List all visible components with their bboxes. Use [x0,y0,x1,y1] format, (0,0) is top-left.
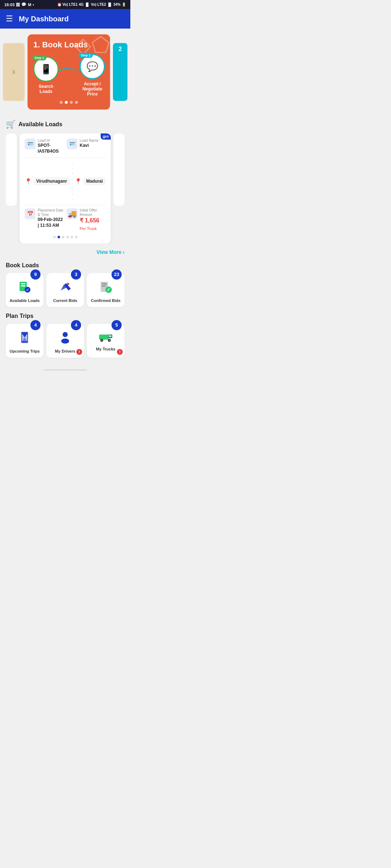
card-dot-2[interactable] [58,236,60,238]
svg-text:✓: ✓ [107,287,110,292]
my-drivers-label: My Drivers [55,349,75,353]
carousel-main-slide[interactable]: ◇⬠ 1. Book Loads Step 1 📱 Search Loads [28,34,110,110]
load-id-content: Load Id SPOT-IA57B4OS [38,139,64,154]
page-title: My Dashboard [19,15,69,23]
svg-rect-1 [21,283,25,284]
load-id-value: SPOT-IA57B4OS [38,143,64,154]
scroll-indicator [43,369,87,371]
current-bids-count: 3 [71,269,81,280]
my-drivers-card[interactable]: 4 My Drivers ! [46,324,84,358]
current-bids-icon [59,280,72,296]
available-loads-card[interactable]: 9 ✓ Available Loads [6,273,43,307]
placement-content: Placement Date & Time 09-Feb-2022 | 11:5… [38,208,64,228]
offer-value: ₹ 1,656 [80,217,99,224]
card-dot-6[interactable] [75,236,77,238]
load-name-icon: 🪪 [67,139,77,149]
divider2 [25,205,106,205]
divider [25,158,106,158]
gro-badge: gro [101,133,111,140]
section-header: 🛒 Available Loads [6,120,125,129]
mail-icon: M [28,3,31,7]
dot-1[interactable] [60,101,63,104]
prev-slide-label: os [12,70,16,74]
dot-4[interactable] [75,101,78,104]
step2-badge: Step 2 💬 [80,54,105,79]
card-dot-5[interactable] [71,236,73,238]
svg-text:✓: ✓ [26,288,29,292]
card-dot-4[interactable] [66,236,69,238]
status-left: 18:03 🖼 💬 M • [4,2,34,7]
per-truck-label: Per Truck [80,226,97,231]
load-card-main[interactable]: gro 🪪 Load Id SPOT-IA57B4OS 🪪 Load Name [20,133,111,243]
route-connector: - - - - - - - - [71,161,73,201]
plan-trips-title: Plan Trips [6,313,125,319]
load-card-dots [25,236,106,238]
offer-content: Initial Offer Amount ₹ 1,656 Per Truck [80,208,106,232]
svg-text:!: ! [79,350,80,354]
status-bar: 18:03 🖼 💬 M • ⏰ Vo) LTE1 4G ▐▌ Vo) LTE2 … [0,0,130,9]
view-more-label: View More [96,249,121,255]
svg-rect-2 [21,285,25,286]
step1-label: Step 1 [32,55,46,60]
load-card-prev[interactable] [6,133,17,206]
4g-indicator: 4G [79,3,83,7]
svg-rect-23 [99,335,109,340]
offer-amount: ₹ 1,656 Per Truck [80,217,106,232]
load-card-container: gro 🪪 Load Id SPOT-IA57B4OS 🪪 Load Name [6,133,125,243]
book-loads-section: Book Loads 9 ✓ Available Loads 3 [0,258,130,311]
upcoming-trips-card[interactable]: 4 Upcoming Trips [6,324,43,358]
available-loads-icon: ✓ [18,280,31,296]
route-dest: Madurai [83,177,106,185]
chat-icon: 💬 [21,2,26,7]
card-dot-1[interactable] [53,236,56,238]
dot-2[interactable] [65,101,68,104]
route-origin: Virudhunaganr [33,177,70,185]
view-more-container: View More › [0,248,130,258]
confirmed-bids-card[interactable]: 23 ✓ Confirmed Bids [87,273,125,307]
carousel-prev[interactable]: os [3,43,25,101]
load-card-track: gro 🪪 Load Id SPOT-IA57B4OS 🪪 Load Name [6,133,125,243]
menu-button[interactable]: ☰ [6,14,13,24]
load-card-next[interactable] [114,133,125,206]
view-more-link[interactable]: View More › [96,249,125,255]
load-name-content: Load Name Kavi [80,139,106,149]
load-id-field: 🪪 Load Id SPOT-IA57B4OS [25,139,64,154]
my-trucks-card[interactable]: 5 My Trucks ! [87,324,125,358]
upcoming-trips-icon [18,331,31,347]
svg-rect-8 [102,283,107,284]
placement-icon: 📅 [25,208,35,219]
load-id-icon: 🪪 [25,139,35,149]
battery-icon: 🔋 [122,3,126,7]
header: ☰ My Dashboard [0,9,130,29]
step-1: Step 1 📱 Search Loads [33,56,59,94]
upcoming-trips-label: Upcoming Trips [9,349,39,353]
confirmed-bids-label: Confirmed Bids [91,298,121,303]
photo-icon: 🖼 [16,3,20,7]
confirmed-bids-count: 23 [112,269,122,280]
svg-text:!: ! [119,350,121,354]
my-drivers-icon [59,331,72,347]
dest-pin-icon: 📍 [75,178,82,185]
dot-3[interactable] [70,101,73,104]
time-display: 18:03 [4,3,14,7]
current-bids-label: Current Bids [53,298,77,303]
drivers-alert-icon: ! [76,349,83,356]
connector [60,65,78,78]
book-loads-grid: 9 ✓ Available Loads 3 [6,273,125,307]
svg-rect-10 [102,286,105,287]
confirmed-bids-icon: ✓ [99,280,112,296]
carousel-next[interactable]: 2 [113,43,127,101]
status-right: ⏰ Vo) LTE1 4G ▐▌ Vo) LTE2 ▐▌ 34% 🔋 [57,3,126,7]
current-bids-card[interactable]: 3 Current Bids [46,273,84,307]
placement-value: 09-Feb-2022 | 11:53 AM [38,217,64,228]
load-id-label: Load Id [38,139,64,143]
step1-badge: Step 1 📱 [33,56,59,82]
step1-icon: 📱 [40,64,52,75]
route-row: 📍 Virudhunaganr - - - - - - - - 📍 Madura… [25,161,106,201]
card-top-row: 🪪 Load Id SPOT-IA57B4OS 🪪 Load Name Kavi [25,139,106,154]
steps-row: Step 1 📱 Search Loads Step 2 💬 Accep [33,54,104,97]
card-dot-3[interactable] [62,236,64,238]
lte2-indicator: Vo) LTE2 [91,3,106,7]
trucks-alert-icon: ! [117,349,123,356]
available-loads-label: Available Loads [9,298,39,303]
